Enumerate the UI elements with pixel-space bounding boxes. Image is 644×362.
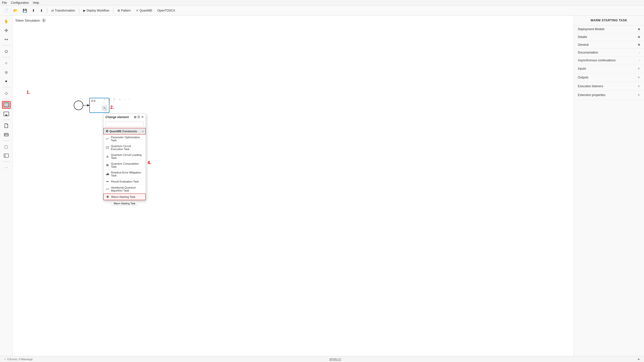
svg-line-13: [106, 138, 109, 140]
async-continuations-arrow: ›: [639, 59, 640, 62]
toolbar-opentosca[interactable]: OpenTOSCA: [155, 8, 177, 13]
svg-point-14: [107, 139, 107, 140]
toolbar-import[interactable]: ⬇: [38, 8, 45, 14]
check-icon: ✓: [4, 357, 6, 361]
mini-circle-tool-2[interactable]: ○: [118, 97, 122, 101]
right-panel: WARM STARTING TASK Deployment Models Det…: [574, 16, 644, 356]
popup-item-readout[interactable]: Readout-Error Mitigation Task: [103, 170, 146, 178]
create-data-store[interactable]: [2, 131, 11, 139]
import-icon: ⬇: [40, 9, 43, 13]
pattern-label: Pattern: [121, 9, 131, 12]
mini-dot-tool-2[interactable]: ·: [107, 100, 111, 104]
svg-point-26: [108, 181, 108, 182]
right-panel-extension-properties[interactable]: Extension properties +: [574, 91, 644, 100]
create-group[interactable]: ▢: [2, 143, 11, 150]
annotation-2: 2.: [110, 105, 114, 110]
tool-sep-5: [3, 120, 10, 120]
right-panel-async-continuations[interactable]: Asynchronous continuations ›: [574, 57, 644, 64]
popup-item-warm-wrapper: Warm-Starting Task Warm-Starting Task: [103, 194, 146, 200]
right-panel-general[interactable]: General: [574, 41, 644, 49]
popup-item-qc-exec[interactable]: Quantum Circuit Execution Task: [103, 143, 146, 152]
toolbar-new[interactable]: 📄: [2, 8, 10, 14]
quantme-icon: ⚛: [136, 9, 139, 12]
mini-grid-tool[interactable]: ⋮: [127, 97, 131, 101]
extension-properties-plus[interactable]: +: [638, 93, 640, 97]
tool-sep-4: [3, 99, 10, 99]
popup-item-qcomp[interactable]: Quantum Computation Task: [103, 161, 146, 170]
toolbar-save[interactable]: 💾: [21, 8, 29, 14]
right-panel-details[interactable]: Details: [574, 33, 644, 41]
svg-rect-15: [106, 147, 109, 149]
popup-search: [103, 121, 146, 128]
lasso-tool[interactable]: [2, 48, 11, 55]
outputs-plus[interactable]: +: [638, 75, 640, 80]
more-tools[interactable]: ···: [2, 164, 11, 171]
toolbar-open[interactable]: 📂: [11, 8, 20, 14]
qcomp-icon: [105, 163, 109, 167]
svg-line-3: [5, 52, 6, 53]
resize-tool[interactable]: [2, 36, 11, 43]
create-end-event[interactable]: ●: [2, 77, 11, 85]
create-intermediate-event[interactable]: ◎: [2, 68, 11, 76]
move-tool[interactable]: [2, 27, 11, 34]
popup-item-result[interactable]: Result Evaluation Task: [103, 178, 146, 185]
qc-exec-label: Quantum Circuit Execution Task: [111, 145, 144, 151]
toolbar-pattern[interactable]: ⊞ Pattern: [115, 8, 133, 13]
qc-exec-icon: [105, 146, 109, 149]
mini-circle-tool-3[interactable]: ○: [102, 100, 106, 104]
popup-item-param-opt[interactable]: Parameter Optimization Task: [103, 134, 146, 143]
quantme-constructs-icon: ⚙: [106, 129, 108, 133]
popup-category-content: ⚙ QuantME Constructs: [106, 129, 137, 133]
toolbar-deploy-workflow[interactable]: ▶ Deploy Workflow: [81, 8, 111, 13]
create-task[interactable]: [2, 101, 11, 109]
create-lane[interactable]: [2, 152, 11, 159]
hand-tool[interactable]: ✋: [2, 18, 11, 25]
open-icon: 📂: [13, 9, 18, 13]
list-view-icon[interactable]: ☰: [137, 115, 140, 119]
close-popup-icon[interactable]: ✕: [141, 115, 144, 119]
svg-rect-20: [106, 174, 107, 175]
canvas-area[interactable]: Token Simulation ℹ ⚙⚙ ○ ◇ □ ○: [13, 16, 574, 356]
create-gateway[interactable]: ◇: [2, 89, 11, 97]
toolbar-quantme[interactable]: ⚛ QuantME: [134, 8, 154, 13]
right-panel-outputs[interactable]: Outputs +: [574, 73, 644, 82]
create-start-event[interactable]: ○: [2, 59, 11, 67]
create-collapsed-subprocess[interactable]: [2, 110, 11, 118]
toolbar-export[interactable]: ⬆: [30, 8, 37, 14]
documentation-label: Documentation: [578, 51, 598, 54]
popup-search-input[interactable]: [105, 122, 144, 127]
details-dot: [638, 36, 640, 38]
popup-item-qc-load[interactable]: Quantum Circuit Loading Task: [103, 152, 146, 161]
menu-file[interactable]: File: [2, 1, 7, 5]
popup-item-warm-starting[interactable]: Warm-Starting Task: [103, 194, 146, 200]
right-panel-inputs[interactable]: Inputs +: [574, 64, 644, 73]
menu-configuration[interactable]: Configuration: [11, 1, 29, 5]
toolbar-transformation[interactable]: ⇄ Transformation: [49, 8, 77, 13]
bpmn-canvas-svg: [13, 16, 574, 356]
right-panel-deployment-models[interactable]: Deployment Models: [574, 25, 644, 33]
popup-item-variational[interactable]: Variational Quantum Algorithm Task: [103, 185, 146, 194]
general-label: General: [578, 43, 589, 47]
right-panel-execution-listeners[interactable]: Execution listeners +: [574, 82, 644, 91]
start-event[interactable]: [74, 101, 83, 110]
popup-category-arrow: ›: [142, 129, 143, 133]
deployment-models-dot: [638, 28, 640, 30]
param-opt-icon: [105, 137, 109, 141]
annotation-4: 4.: [147, 160, 151, 165]
mini-more-tool[interactable]: ⋯: [111, 100, 115, 104]
grid-view-icon[interactable]: ⊞: [134, 115, 136, 119]
inputs-plus[interactable]: +: [638, 66, 640, 71]
qcomp-label: Quantum Computation Task: [111, 162, 144, 168]
execution-listeners-plus[interactable]: +: [638, 84, 640, 88]
status-right-icon[interactable]: ▶: [638, 357, 640, 361]
menu-help[interactable]: Help: [33, 1, 39, 5]
bpmn-io-label: BPMN.IO: [330, 358, 341, 361]
change-element-trigger[interactable]: 🔧: [102, 106, 107, 111]
right-panel-documentation[interactable]: Documentation ›: [574, 49, 644, 57]
popup-category-quantme[interactable]: ⚙ QuantME Constructs ›: [103, 128, 146, 134]
create-data-object[interactable]: [2, 122, 11, 129]
mini-dot-tool[interactable]: ·: [123, 97, 127, 101]
popup-header: Change element ⊞ ☰ ✕: [103, 114, 146, 121]
status-bar: ✓ 0 Errors, 0 Warnings BPMN.IO ▶: [0, 356, 644, 362]
variational-icon: [105, 187, 109, 191]
